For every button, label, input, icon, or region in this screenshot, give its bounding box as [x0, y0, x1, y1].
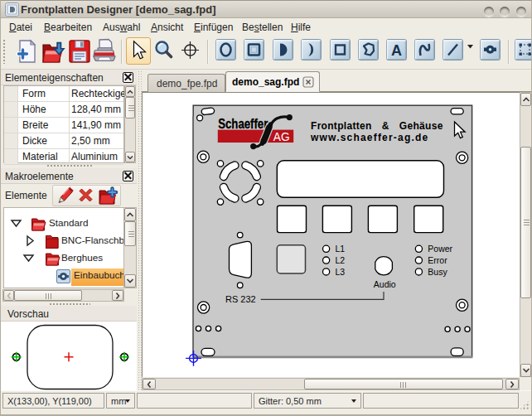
svg-text:Busy: Busy [428, 267, 447, 277]
svg-text:L3: L3 [336, 267, 346, 277]
svg-text:Power: Power [428, 244, 452, 254]
svg-text:L2: L2 [336, 255, 346, 265]
svg-text:Frontplatten & Gehäuse: Frontplatten & Gehäuse [311, 120, 443, 132]
svg-text:Audio: Audio [374, 279, 396, 289]
svg-text:Schaeffer: Schaeffer [218, 117, 268, 131]
svg-text:A: A [391, 42, 402, 59]
svg-text:RS 232: RS 232 [225, 294, 256, 304]
svg-text:Error: Error [428, 255, 447, 265]
svg-text:AG: AG [273, 129, 290, 143]
svg-text:L1: L1 [336, 244, 346, 254]
svg-text:www.schaeffer-ag.de: www.schaeffer-ag.de [310, 132, 428, 143]
